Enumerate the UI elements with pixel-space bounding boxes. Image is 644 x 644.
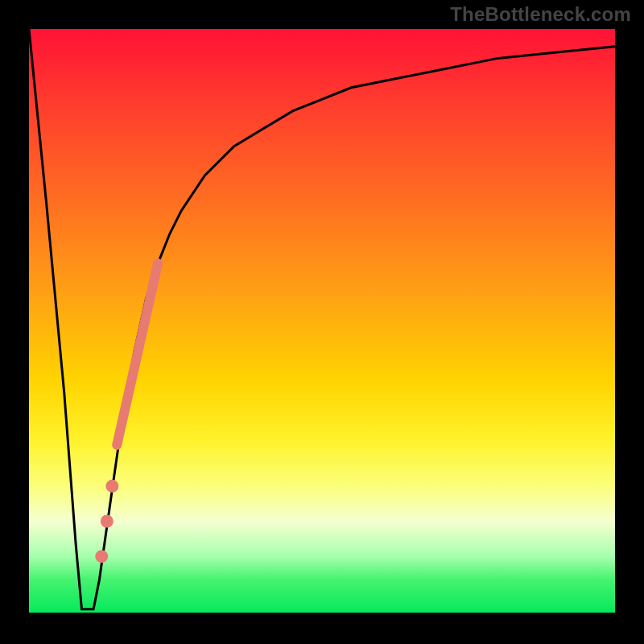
highlight-dots	[29, 29, 615, 615]
highlight-dot	[101, 515, 114, 528]
highlight-dot	[105, 480, 118, 493]
watermark-text: TheBottleneck.com	[450, 3, 631, 26]
plot-bottom-border	[29, 613, 615, 615]
highlight-dot	[95, 550, 108, 563]
chart-frame: TheBottleneck.com	[0, 0, 644, 644]
plot-area	[29, 29, 615, 615]
highlight-streak	[117, 263, 158, 445]
